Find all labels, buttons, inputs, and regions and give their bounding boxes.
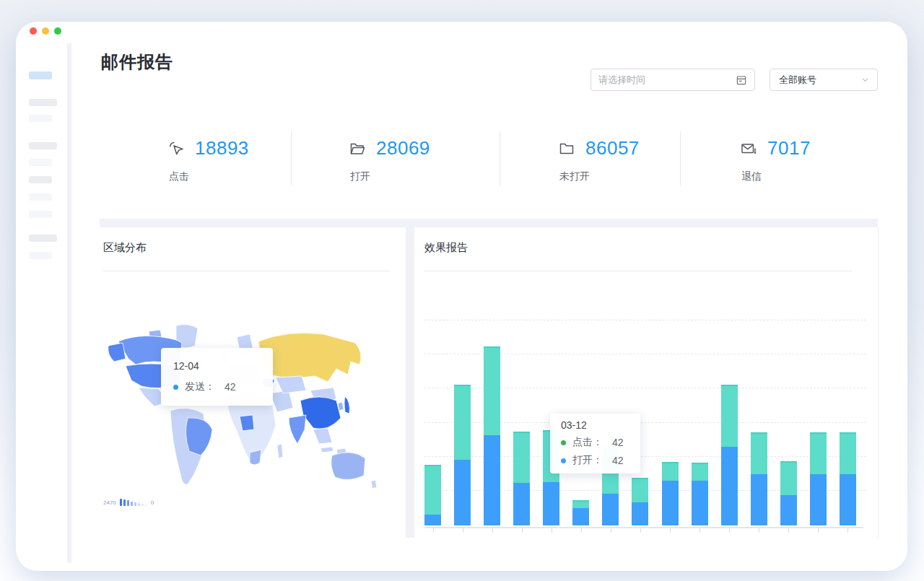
- stat-bounced-label: 退信: [741, 170, 811, 183]
- stacked-bar[interactable]: [662, 462, 679, 527]
- x-axis-tick: [818, 528, 819, 533]
- sidebar-skeleton-item: [29, 159, 52, 166]
- sidebar-skeleton-item: [29, 99, 57, 106]
- map-tooltip-label: 发送：: [185, 380, 215, 393]
- stacked-bar[interactable]: [572, 500, 589, 527]
- date-picker[interactable]: [590, 69, 755, 91]
- stacked-bar[interactable]: [692, 463, 708, 527]
- series-dot-send: [173, 385, 178, 390]
- sidebar-skeleton-item: [29, 115, 52, 122]
- legend-scale-bars: [120, 499, 147, 506]
- zoom-button[interactable]: [54, 27, 61, 35]
- bar-segment-open: [810, 474, 827, 525]
- sidebar-skeleton-item: [29, 252, 52, 259]
- stacked-bar[interactable]: [780, 461, 797, 527]
- account-select[interactable]: 全部账号: [770, 69, 878, 91]
- bar-segment-click: [692, 463, 708, 481]
- bar-segment-open: [721, 447, 738, 525]
- panel-gutter: [406, 227, 414, 538]
- stacked-bar[interactable]: [751, 432, 767, 527]
- chart-panel-rule: [424, 271, 852, 271]
- x-axis-tick: [611, 528, 611, 533]
- bar-segment-click: [454, 385, 471, 460]
- bar-segment-open: [632, 502, 648, 525]
- date-input[interactable]: [598, 74, 736, 85]
- sidebar-skeleton-item: [29, 71, 52, 79]
- x-axis-tick: [522, 528, 523, 533]
- x-axis-tick: [581, 528, 582, 533]
- x-axis-tick: [492, 528, 493, 533]
- chart-tooltip-value-open: 42: [612, 455, 624, 466]
- stat-clicks-label: 点击: [169, 170, 249, 183]
- bar-segment-click: [484, 346, 500, 435]
- account-select-value: 全部账号: [779, 74, 860, 87]
- stacked-bar[interactable]: [424, 465, 441, 527]
- bar-segment-click: [810, 432, 827, 474]
- stat-unopened-value: 86057: [585, 137, 640, 160]
- bar-segment-click: [662, 462, 679, 481]
- chart-x-axis: [424, 527, 863, 528]
- x-axis-tick: [463, 528, 463, 533]
- stacked-bar[interactable]: [721, 385, 738, 527]
- calendar-icon: [736, 74, 747, 86]
- stat-bounced: 7017 退信: [740, 137, 811, 183]
- minimize-button[interactable]: [42, 27, 49, 35]
- x-axis-tick: [847, 528, 848, 533]
- stats-divider: [500, 131, 500, 186]
- x-axis-tick: [433, 528, 434, 533]
- cursor-click-icon: [167, 140, 185, 157]
- x-axis-tick: [699, 528, 700, 533]
- bar-segment-open: [751, 474, 767, 525]
- stacked-bar[interactable]: [513, 432, 530, 527]
- stacked-bar[interactable]: [454, 385, 471, 527]
- bar-segment-open: [454, 460, 471, 525]
- chart-tooltip-date: 03-12: [561, 419, 640, 431]
- bar-segment-click: [513, 432, 530, 483]
- bar-segment-click: [840, 432, 856, 474]
- bar-segment-click: [572, 500, 589, 508]
- x-axis-tick: [670, 528, 671, 533]
- gridline: [424, 320, 866, 320]
- sidebar-skeleton-item: [29, 142, 57, 149]
- sidebar-skeleton-item: [29, 211, 52, 218]
- stacked-bar[interactable]: [840, 432, 856, 527]
- chart-tooltip-label-open: 打开：: [572, 454, 603, 467]
- bar-segment-click: [721, 385, 738, 447]
- page-title: 邮件报告: [101, 51, 173, 74]
- bar-segment-open: [780, 495, 797, 525]
- window-controls: [30, 27, 61, 35]
- chart-panel-title: 效果报告: [424, 241, 468, 255]
- sidebar-skeleton-item: [29, 193, 52, 201]
- sidebar-skeleton-item: [29, 235, 57, 242]
- bar-segment-open: [424, 515, 441, 525]
- stat-opened-label: 打开: [350, 170, 430, 183]
- map-legend: 2470 0: [103, 499, 154, 506]
- chart-tooltip-label-click: 点击：: [572, 436, 603, 449]
- stat-clicks-value: 18893: [195, 137, 249, 160]
- stat-opened-value: 28069: [376, 137, 430, 160]
- stat-bounced-value: 7017: [767, 137, 811, 160]
- chart-tooltip-value-click: 42: [612, 437, 624, 448]
- folder-closed-icon: [558, 140, 575, 157]
- sidebar-divider: [67, 43, 71, 563]
- section-gutter: [100, 219, 878, 227]
- stacked-bar[interactable]: [484, 346, 500, 527]
- stacked-bar[interactable]: [810, 432, 827, 527]
- bar-segment-click: [632, 478, 648, 502]
- close-button[interactable]: [30, 27, 37, 35]
- chevron-down-icon: [860, 75, 870, 84]
- map-panel-rule: [103, 271, 390, 271]
- stat-opened: 28069 打开: [349, 137, 430, 183]
- bar-segment-open: [572, 508, 589, 525]
- stat-clicks: 18893 点击: [167, 137, 249, 183]
- stat-unopened: 86057 未打开: [558, 137, 640, 183]
- map-panel-title: 区域分布: [103, 241, 147, 255]
- map-tooltip-value: 42: [225, 381, 236, 393]
- bar-segment-click: [780, 461, 797, 495]
- bar-segment-open: [543, 482, 559, 525]
- x-axis-tick: [552, 528, 552, 533]
- stacked-bar[interactable]: [632, 478, 648, 527]
- series-dot-click: [561, 440, 566, 445]
- sidebar-skeleton-item: [29, 176, 52, 183]
- bar-segment-open: [513, 483, 530, 525]
